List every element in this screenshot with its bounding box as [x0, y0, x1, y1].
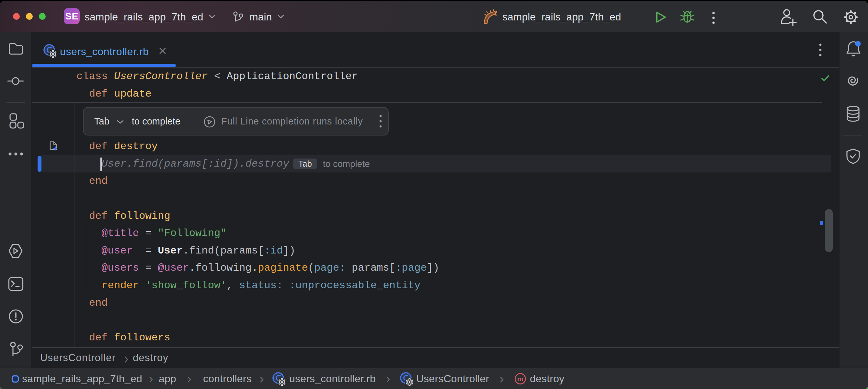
- svg-text:m: m: [517, 375, 523, 383]
